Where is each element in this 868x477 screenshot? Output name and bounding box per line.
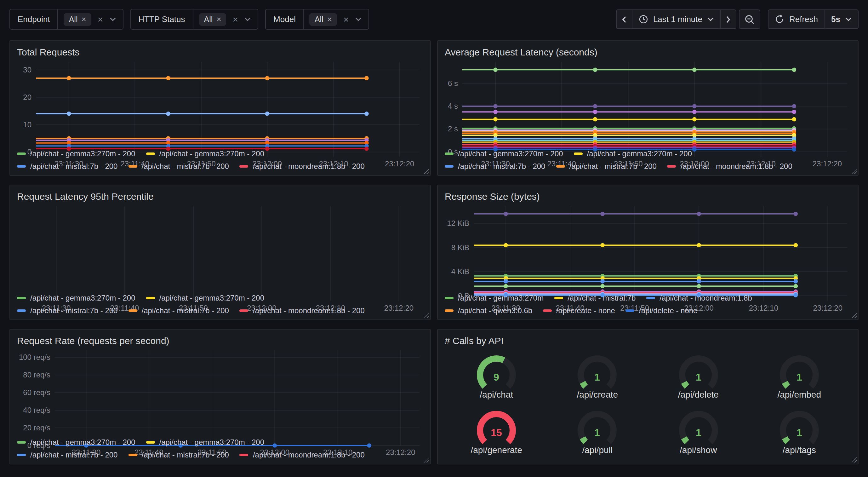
legend-color-swatch <box>574 152 583 155</box>
legend-item[interactable]: /api/chat - gemma3:270m - 200 <box>574 149 692 158</box>
legend-label: /api/chat - gemma3:270m - 200 <box>30 438 135 447</box>
chip-remove-icon[interactable]: × <box>327 15 332 23</box>
clear-selection-icon[interactable]: × <box>343 14 349 24</box>
filter-label: Model <box>266 9 304 29</box>
legend-color-swatch <box>240 454 248 456</box>
legend-row: /api/chat - mistral:7b - 200/api/chat - … <box>17 306 425 315</box>
time-series-chart[interactable]: 23:11:3023:11:4023:11:5023:12:0023:12:10… <box>16 347 425 433</box>
chevron-down-icon <box>707 17 714 22</box>
endpoint-filter[interactable]: Endpoint All× × <box>9 9 123 30</box>
gauge-label: /api/embed <box>777 389 821 399</box>
chevron-down-icon <box>845 17 851 22</box>
panel-title[interactable]: Response Size (bytes) <box>445 190 852 202</box>
chevron-down-icon[interactable] <box>109 17 116 22</box>
selected-value-chip[interactable]: All× <box>64 13 91 26</box>
filter-label: Endpoint <box>10 9 58 29</box>
legend-item[interactable]: /api/chat - mistral:7b - 200 <box>556 162 656 171</box>
time-series-chart[interactable]: 23:11:3023:11:4023:11:5023:12:0023:12:10… <box>443 58 852 144</box>
legend-item[interactable]: /api/chat - gemma3:270m <box>445 294 544 302</box>
time-series-chart[interactable]: 23:11:3023:11:4023:11:5023:12:0023:12:10… <box>443 202 852 289</box>
gauge-value: 1 <box>695 427 701 438</box>
legend-color-swatch <box>240 165 248 168</box>
legend-item[interactable]: /api/chat - gemma3:270m - 200 <box>445 149 563 158</box>
legend-item[interactable]: /api/chat - gemma3:270m - 200 <box>146 149 265 158</box>
legend-color-swatch <box>554 297 563 299</box>
chevron-down-icon[interactable] <box>355 17 361 22</box>
legend-item[interactable]: /api/chat - mistral:7b - 200 <box>445 162 545 171</box>
legend-item[interactable]: /api/chat - mistral:7b - 200 <box>17 162 118 171</box>
legend-item[interactable]: /api/chat - moondream:1.8b - 200 <box>240 306 365 315</box>
chevron-down-icon[interactable] <box>244 17 251 22</box>
legend-item[interactable]: /api/chat - qwen3:0.6b <box>445 306 532 315</box>
legend-item[interactable]: /api/chat - gemma3:270m - 200 <box>146 438 265 447</box>
legend-row: /api/chat - gemma3:270m - 200/api/chat -… <box>17 294 425 302</box>
legend-item[interactable]: /api/chat - gemma3:270m - 200 <box>146 294 265 302</box>
refresh-interval-select[interactable]: 5s <box>824 9 859 29</box>
panel-title[interactable]: Request Latency 95th Percentile <box>17 190 425 202</box>
time-range-picker[interactable]: Last 1 minute <box>632 9 721 29</box>
legend-color-swatch <box>128 454 137 456</box>
legend-item[interactable]: /api/delete - none <box>626 306 698 315</box>
legend-item[interactable]: /api/chat - moondream:1.8b <box>646 294 752 302</box>
legend-item[interactable]: /api/chat - mistral:7b - 200 <box>128 162 229 171</box>
panel-title[interactable]: Request Rate (requests per second) <box>17 335 425 347</box>
legend-item[interactable]: /api/chat - gemma3:270m - 200 <box>17 149 135 158</box>
gauge-label: /api/pull <box>582 445 613 455</box>
legend: /api/chat - gemma3:270m - 200/api/chat -… <box>16 433 425 461</box>
legend-item[interactable]: /api/chat - mistral:7b - 200 <box>17 450 118 459</box>
panel-title[interactable]: # Calls by API <box>445 335 852 347</box>
legend-label: /api/chat - gemma3:270m - 200 <box>159 149 265 158</box>
legend-label: /api/chat - moondream:1.8b <box>659 294 752 302</box>
chip-remove-icon[interactable]: × <box>81 15 86 23</box>
gauge-value: 1 <box>797 427 802 438</box>
legend-item[interactable]: /api/chat - mistral:7b - 200 <box>128 450 229 459</box>
legend-color-swatch <box>146 441 155 444</box>
zoom-out-time-button[interactable] <box>739 9 760 29</box>
svg-text:40 req/s: 40 req/s <box>23 406 51 414</box>
legend-label: /api/chat - gemma3:270m <box>458 294 544 302</box>
gauge-api-generate: 15/api/generate <box>462 405 531 455</box>
legend-item[interactable]: /api/chat - moondream:1.8b - 200 <box>668 162 793 171</box>
chip-label: All <box>69 15 78 24</box>
time-series-chart[interactable]: 23:11:3023:11:4023:11:5023:12:0023:12:10… <box>16 58 425 144</box>
svg-text:6 s: 6 s <box>448 79 458 88</box>
time-series-chart[interactable]: 23:11:3023:11:4023:11:5023:12:0023:12:10… <box>16 202 425 289</box>
http-status-filter[interactable]: HTTP Status All× × <box>130 9 258 30</box>
chip-label: All <box>315 15 323 24</box>
legend-item[interactable]: /api/chat - mistral:7b <box>554 294 636 302</box>
legend-color-swatch <box>17 152 26 155</box>
gauge-label: /api/generate <box>471 445 522 455</box>
selected-value-chip[interactable]: All× <box>310 13 337 26</box>
legend-color-swatch <box>128 165 137 168</box>
chip-label: All <box>204 15 213 24</box>
panel-title[interactable]: Average Request Latency (seconds) <box>445 46 852 58</box>
gauge-grid: 9/api/chat1/api/create1/api/delete1/api/… <box>443 347 852 461</box>
legend-item[interactable]: /api/chat - moondream:1.8b - 200 <box>240 162 365 171</box>
selected-value-chip[interactable]: All× <box>199 13 226 26</box>
legend-item[interactable]: /api/chat - gemma3:270m - 200 <box>17 438 135 447</box>
refresh-button[interactable]: Refresh <box>768 9 825 29</box>
legend-row: /api/chat - gemma3:270m/api/chat - mistr… <box>445 294 852 302</box>
legend-item[interactable]: /api/chat - mistral:7b - 200 <box>128 306 229 315</box>
svg-text:2 s: 2 s <box>448 124 458 133</box>
legend-item[interactable]: /api/create - none <box>543 306 615 315</box>
chip-remove-icon[interactable]: × <box>216 15 221 23</box>
time-shift-forward-button[interactable] <box>720 9 736 29</box>
legend-item[interactable]: /api/chat - moondream:1.8b - 200 <box>240 450 365 459</box>
clear-selection-icon[interactable]: × <box>233 14 239 24</box>
legend-label: /api/create - none <box>556 306 615 315</box>
time-shift-back-button[interactable] <box>616 9 632 29</box>
template-variable-filters: Endpoint All× × HTTP Status All× × Model <box>9 9 369 30</box>
gauge-arc: 1 <box>765 405 834 446</box>
panel-calls-by-api: # Calls by API 9/api/chat1/api/create1/a… <box>437 329 859 465</box>
model-filter[interactable]: Model All× × <box>265 9 369 30</box>
chevron-left-icon <box>622 16 627 23</box>
legend-label: /api/chat - qwen3:0.6b <box>458 306 532 315</box>
legend-color-swatch <box>556 165 565 168</box>
legend-item[interactable]: /api/chat - mistral:7b - 200 <box>17 306 118 315</box>
legend-item[interactable]: /api/chat - gemma3:270m - 200 <box>17 294 135 302</box>
clear-selection-icon[interactable]: × <box>98 14 103 24</box>
svg-text:8 KiB: 8 KiB <box>451 243 469 252</box>
panel-title[interactable]: Total Requests <box>17 46 425 58</box>
gauge-api-chat: 9/api/chat <box>462 349 531 399</box>
